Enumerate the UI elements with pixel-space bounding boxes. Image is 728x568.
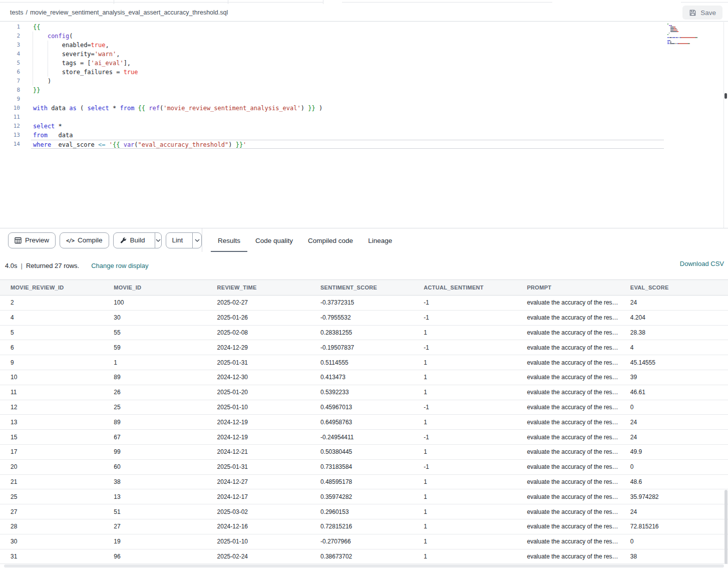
code-line-2[interactable]: 2 config( xyxy=(0,32,664,41)
cell-prompt[interactable]: evaluate the accuracy of the res… xyxy=(516,463,619,470)
code-editor[interactable]: 1{{2 config(3 enabled=true,4 severity='w… xyxy=(0,22,728,228)
horizontal-scrollbar[interactable] xyxy=(0,564,728,568)
cell-movie_id: 60 xyxy=(103,463,206,470)
editor-scrollbar[interactable] xyxy=(723,22,728,228)
table-row[interactable]: 13892024-12-190.649587631evaluate the ac… xyxy=(0,415,728,430)
cell-prompt[interactable]: evaluate the accuracy of the res… xyxy=(516,344,619,351)
minimap[interactable] xyxy=(667,24,722,45)
cell-prompt[interactable]: evaluate the accuracy of the res… xyxy=(516,434,619,441)
cell-movie_id: 30 xyxy=(103,314,206,321)
cell-prompt[interactable]: evaluate the accuracy of the res… xyxy=(516,374,619,381)
table-row[interactable]: 30192025-01-10-0.27079661evaluate the ac… xyxy=(0,534,728,549)
cell-prompt[interactable]: evaluate the accuracy of the res… xyxy=(516,314,619,321)
change-row-display-link[interactable]: Change row display xyxy=(91,262,148,269)
code-line-9[interactable]: 9 xyxy=(0,95,664,104)
prompt-preview-text: evaluate the accuracy of the res… xyxy=(527,478,618,485)
table-row[interactable]: 10892024-12-300.4134731evaluate the accu… xyxy=(0,370,728,385)
cell-movie_id: 13 xyxy=(103,493,206,500)
code-text: from data xyxy=(31,131,664,140)
download-csv-link[interactable]: Download CSV xyxy=(680,260,724,267)
table-row[interactable]: 21002025-02-27-0.37372315-1evaluate the … xyxy=(0,296,728,311)
editor-scrollbar-thumb[interactable] xyxy=(724,93,727,99)
code-line-8[interactable]: 8}} xyxy=(0,86,664,95)
cell-prompt[interactable]: evaluate the accuracy of the res… xyxy=(516,448,619,455)
cell-actual_sentiment: 1 xyxy=(413,359,516,366)
lint-button-main[interactable]: Lint xyxy=(166,233,189,248)
cell-prompt[interactable]: evaluate the accuracy of the res… xyxy=(516,478,619,485)
code-line-12[interactable]: 12select * xyxy=(0,122,664,131)
column-header-movie_id: MOVIE_ID xyxy=(103,285,206,291)
cell-prompt[interactable]: evaluate the accuracy of the res… xyxy=(516,538,619,545)
horizontal-scrollbar-thumb[interactable] xyxy=(4,564,724,567)
breadcrumb-folder[interactable]: tests xyxy=(10,9,23,16)
table-row[interactable]: 31962025-02-240.386737021evaluate the ac… xyxy=(0,549,728,564)
code-line-6[interactable]: 6 store_failures = true xyxy=(0,68,664,77)
cell-movie_review_id: 31 xyxy=(0,553,103,560)
code-line-14[interactable]: 14where eval_score <= '{{ var("eval_accu… xyxy=(0,140,664,149)
preview-button[interactable]: Preview xyxy=(8,232,56,248)
cell-prompt[interactable]: evaluate the accuracy of the res… xyxy=(516,553,619,560)
cell-prompt[interactable]: evaluate the accuracy of the res… xyxy=(516,419,619,426)
cell-prompt[interactable]: evaluate the accuracy of the res… xyxy=(516,523,619,530)
cell-prompt[interactable]: evaluate the accuracy of the res… xyxy=(516,329,619,336)
cell-review_time: 2025-01-31 xyxy=(207,463,310,470)
code-line-4[interactable]: 4 severity='warn', xyxy=(0,50,664,59)
build-button[interactable]: Build xyxy=(113,232,162,248)
save-button[interactable]: Save xyxy=(682,6,722,20)
cell-eval_score: 4 xyxy=(620,344,723,351)
table-row[interactable]: 28272024-12-160.728152161evaluate the ac… xyxy=(0,519,728,534)
breadcrumb[interactable]: tests/movie_review_sentiment_analysis_ev… xyxy=(10,9,228,16)
results-scrollbar-thumb[interactable] xyxy=(724,490,727,564)
table-row[interactable]: 15672024-12-19-0.24954411-1evaluate the … xyxy=(0,430,728,445)
prompt-preview-text: evaluate the accuracy of the res… xyxy=(527,344,618,351)
cell-prompt[interactable]: evaluate the accuracy of the res… xyxy=(516,508,619,515)
tab-lineage[interactable]: Lineage xyxy=(360,228,400,252)
lint-button[interactable]: Lint xyxy=(166,232,202,248)
prompt-preview-text: evaluate the accuracy of the res… xyxy=(527,404,618,411)
table-row[interactable]: 5552025-02-080.283812551evaluate the acc… xyxy=(0,326,728,341)
minimap-line xyxy=(667,27,722,28)
cell-movie_id: 27 xyxy=(103,523,206,530)
table-row[interactable]: 20602025-01-310.73183584-1evaluate the a… xyxy=(0,460,728,475)
code-line-1[interactable]: 1{{ xyxy=(0,23,664,32)
tab-results[interactable]: Results xyxy=(210,228,248,252)
column-header-review_time: REVIEW_TIME xyxy=(207,285,310,291)
table-row[interactable]: 17992024-12-210.503804451evaluate the ac… xyxy=(0,445,728,460)
prompt-preview-text: evaluate the accuracy of the res… xyxy=(527,329,618,336)
lint-dropdown-toggle[interactable] xyxy=(192,233,201,248)
table-row[interactable]: 25132024-12-170.359742821evaluate the ac… xyxy=(0,489,728,504)
build-dropdown-toggle[interactable] xyxy=(155,233,161,248)
table-row[interactable]: 11262025-01-200.53922331evaluate the acc… xyxy=(0,385,728,400)
code-text: store_failures = true xyxy=(31,68,664,77)
cell-prompt[interactable]: evaluate the accuracy of the res… xyxy=(516,404,619,411)
cell-prompt[interactable]: evaluate the accuracy of the res… xyxy=(516,299,619,306)
tab-label: Code quality xyxy=(255,237,293,244)
code-text: ) xyxy=(31,77,664,86)
cell-sentiment_score: -0.19507837 xyxy=(310,344,413,351)
line-number: 3 xyxy=(0,41,20,50)
code-line-3[interactable]: 3 enabled=true, xyxy=(0,41,664,50)
code-line-13[interactable]: 13from data xyxy=(0,131,664,140)
cell-sentiment_score: -0.24954411 xyxy=(310,434,413,441)
code-lines: 1{{2 config(3 enabled=true,4 severity='w… xyxy=(0,23,664,149)
code-line-10[interactable]: 10with data as ( select * from {{ ref('m… xyxy=(0,104,664,113)
table-row[interactable]: 6592024-12-29-0.19507837-1evaluate the a… xyxy=(0,340,728,355)
table-row[interactable]: 912025-01-310.51145551evaluate the accur… xyxy=(0,355,728,370)
code-line-11[interactable]: 11 xyxy=(0,113,664,122)
chevron-down-icon xyxy=(156,239,161,242)
tab-compiled-code[interactable]: Compiled code xyxy=(300,228,360,252)
cell-prompt[interactable]: evaluate the accuracy of the res… xyxy=(516,493,619,500)
table-row[interactable]: 4302025-01-26-0.7955532-1evaluate the ac… xyxy=(0,311,728,326)
compile-button[interactable]: </> Compile xyxy=(60,232,109,248)
code-line-5[interactable]: 5 tags = ['ai_eval'], xyxy=(0,59,664,68)
cell-actual_sentiment: -1 xyxy=(413,434,516,441)
build-button-main[interactable]: Build xyxy=(114,233,151,248)
table-row[interactable]: 12252025-01-100.45967013-1evaluate the a… xyxy=(0,400,728,415)
tab-code-quality[interactable]: Code quality xyxy=(248,228,300,252)
cell-prompt[interactable]: evaluate the accuracy of the res… xyxy=(516,359,619,366)
cell-prompt[interactable]: evaluate the accuracy of the res… xyxy=(516,389,619,396)
cell-movie_id: 26 xyxy=(103,389,206,396)
table-row[interactable]: 27512025-03-020.29601531evaluate the acc… xyxy=(0,504,728,519)
table-row[interactable]: 21382024-12-270.485951781evaluate the ac… xyxy=(0,475,728,490)
code-line-7[interactable]: 7 ) xyxy=(0,77,664,86)
